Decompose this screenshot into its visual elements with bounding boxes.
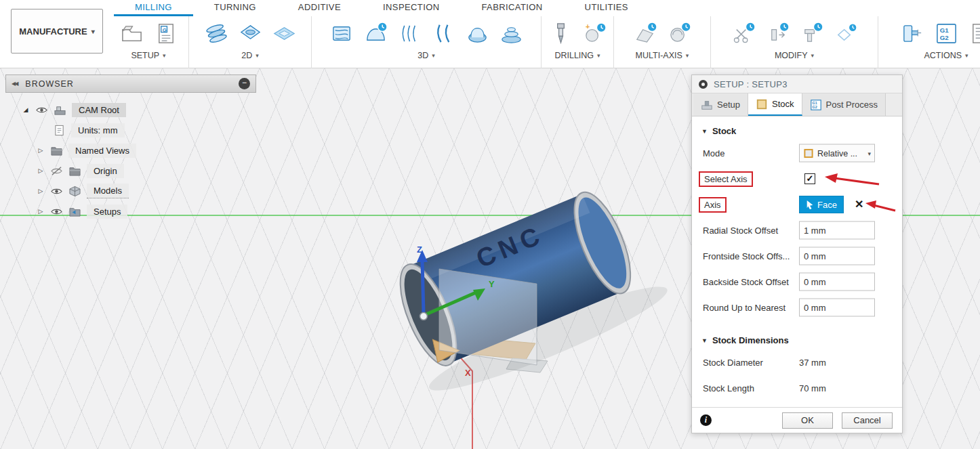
browser-minimize-button[interactable]: − (239, 78, 250, 89)
annotation-box-select-axis: Select Axis (699, 171, 753, 187)
pocket-clearing-button[interactable] (361, 18, 390, 49)
cam-root-icon (54, 104, 66, 116)
post-process-button[interactable]: G1 G2 (931, 18, 961, 49)
group-setup: G SETUP ▾ (108, 16, 188, 68)
axis-face-button[interactable]: Face (799, 196, 844, 213)
radial-offset-label: Radial Stock Offset (703, 226, 778, 236)
tree-item-origin[interactable]: ▷ Origin (5, 161, 256, 181)
collapsed-arrow-icon: ▷ (37, 167, 45, 174)
replace-tool-button[interactable] (796, 18, 826, 49)
actions-menu[interactable]: ACTIONS ▾ (924, 51, 968, 60)
multiaxis-contour-button[interactable] (664, 18, 694, 49)
spiral-button[interactable] (496, 18, 526, 49)
clear-selection-icon[interactable]: ✕ (855, 199, 863, 210)
setup-menu[interactable]: SETUP ▾ (131, 51, 165, 60)
radial-offset-input[interactable] (799, 221, 875, 240)
linking-button[interactable] (830, 18, 860, 49)
setup-sheet-button[interactable] (965, 18, 980, 49)
collapse-chevrons-icon: ◀◀ (12, 81, 17, 87)
svg-text:G1: G1 (812, 101, 817, 105)
dialog-header[interactable]: SETUP : SETUP3 (692, 75, 902, 93)
drill-button[interactable] (546, 18, 575, 49)
tab-utilities[interactable]: UTILITIES (564, 0, 649, 16)
tab-fabrication[interactable]: FABRICATION (460, 0, 563, 16)
scallop-icon (466, 22, 489, 45)
chevron-down-icon: ▾ (256, 52, 259, 59)
tab-turning[interactable]: TURNING (193, 0, 277, 16)
scallop-button[interactable] (462, 18, 492, 49)
contour-2d-button[interactable] (269, 18, 299, 49)
chevron-down-icon: ▾ (91, 28, 95, 35)
tree-item-models[interactable]: ▷ Models (5, 181, 256, 201)
swarf-button[interactable] (630, 18, 660, 49)
svg-text:G2: G2 (812, 105, 817, 109)
2d-menu[interactable]: 2D ▾ (241, 51, 259, 60)
backside-offset-label: Backside Stock Offset (703, 277, 789, 287)
ribbon-groups: G SETUP ▾ (108, 16, 980, 68)
steep-shallow-button[interactable] (394, 18, 424, 49)
section-title: Stock (712, 126, 736, 136)
annotation-arrow-checkbox (822, 171, 883, 188)
axis-row: Axis Face ✕ (692, 192, 902, 217)
annotation-arrow-clear (863, 198, 898, 213)
eye-off-icon (50, 165, 63, 177)
adaptive-clearing-button[interactable] (327, 18, 356, 49)
tree-item-cam-root[interactable]: ◢ CAM Root (5, 100, 256, 120)
dialog-handle-icon[interactable] (699, 80, 708, 89)
stock-length-label: Stock Length (703, 383, 754, 393)
stock-length-row: Stock Length 70 mm (692, 375, 902, 401)
face-button[interactable] (201, 18, 231, 49)
pocket-2d-button[interactable] (235, 18, 265, 49)
parallel-button[interactable] (428, 18, 458, 49)
frontside-offset-input[interactable] (799, 247, 875, 265)
stock-section-header[interactable]: ▼ Stock (692, 116, 902, 140)
trim-button[interactable] (729, 18, 758, 49)
new-setup-button[interactable] (117, 18, 146, 49)
workspace-switcher[interactable]: MANUFACTURE ▾ (11, 9, 103, 54)
tree-item-named-views[interactable]: ▷ Named Views (5, 140, 256, 161)
drilling-menu[interactable]: DRILLING ▾ (554, 51, 600, 60)
tab-label: Post Process (826, 100, 878, 110)
tree-item-units[interactable]: Units: mm (5, 120, 256, 140)
drill-future-button[interactable]: + (579, 18, 609, 49)
round-up-input[interactable] (799, 299, 875, 317)
simulate-button[interactable] (897, 18, 927, 49)
delete-passes-button[interactable] (762, 18, 792, 49)
browser-header[interactable]: ◀◀ BROWSER − (5, 74, 256, 93)
frontside-offset-label: Frontside Stock Offs... (703, 251, 790, 261)
cancel-button[interactable]: Cancel (842, 412, 893, 429)
gcode-document-icon: G (154, 22, 178, 45)
z-axis-label: Z (417, 244, 422, 255)
tree-item-setups[interactable]: ▷ Setups (5, 201, 256, 221)
tab-stock[interactable]: Stock (748, 93, 802, 116)
mode-label: Mode (703, 148, 725, 158)
spiral-icon (499, 22, 523, 45)
tree-item-label: Models (87, 184, 129, 198)
rotary-clock-icon (668, 22, 691, 45)
viewport-3d[interactable]: CNC Z Y X ◀◀ BROWSER − (0, 68, 980, 449)
3d-menu[interactable]: 3D ▾ (417, 51, 435, 60)
select-axis-row: Select Axis ✓ (692, 166, 902, 192)
expanded-arrow-icon: ◢ (22, 106, 30, 113)
multiaxis-menu[interactable]: MULTI-AXIS ▾ (636, 51, 689, 60)
tab-post-process[interactable]: G1 G2 Post Process (802, 93, 886, 116)
dimensions-section-header[interactable]: ▼ Stock Dimensions (692, 320, 902, 349)
3d-tools (327, 18, 526, 49)
delete-passes-clock-icon (766, 22, 790, 45)
mode-dropdown[interactable]: Relative ... ▾ (799, 144, 875, 163)
tree-item-label: Named Views (68, 144, 136, 158)
modify-menu[interactable]: MODIFY ▾ (775, 51, 814, 60)
frontside-offset-row: Frontside Stock Offs... (692, 243, 902, 269)
new-ncprogram-button[interactable]: G (150, 18, 180, 49)
backside-offset-input[interactable] (799, 273, 875, 291)
info-icon[interactable]: i (700, 414, 712, 426)
pocket-2d-icon (239, 22, 262, 45)
tab-setup[interactable]: Setup (693, 93, 748, 116)
chevron-down-icon: ▾ (432, 52, 435, 59)
cursor-arrow-icon (806, 200, 814, 209)
tab-milling[interactable]: MILLING (114, 0, 193, 16)
tab-inspection[interactable]: INSPECTION (362, 0, 460, 16)
select-axis-checkbox[interactable]: ✓ (804, 173, 815, 184)
tab-additive[interactable]: ADDITIVE (277, 0, 362, 16)
ok-button[interactable]: OK (782, 412, 833, 429)
